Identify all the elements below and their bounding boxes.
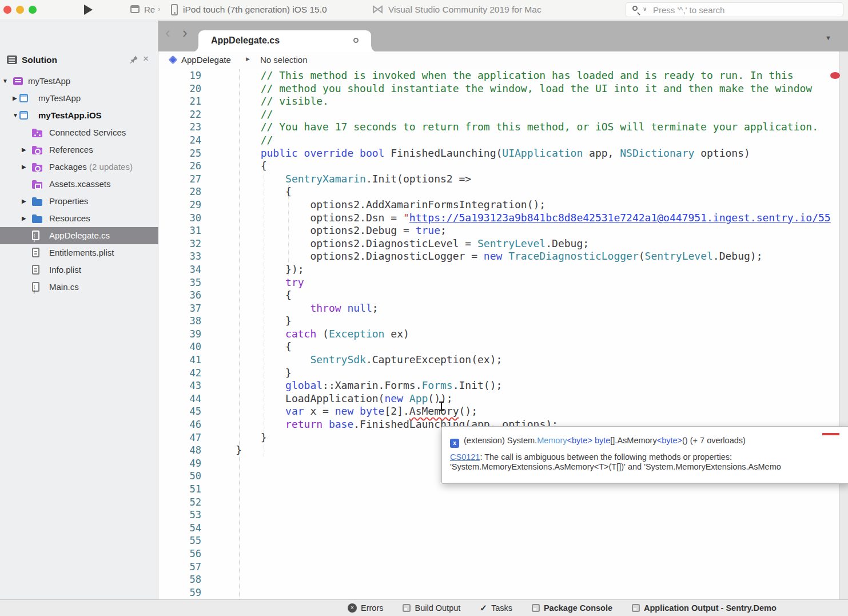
tree-item-resources[interactable]: ▶Resources xyxy=(0,210,158,227)
line-number-58[interactable]: 58 xyxy=(158,573,201,586)
line-number-53[interactable]: 53 xyxy=(158,508,201,522)
line-number-59[interactable]: 59 xyxy=(158,586,201,599)
code-line-53[interactable] xyxy=(211,508,839,522)
minimize-window-button[interactable] xyxy=(16,6,24,14)
code-line-55[interactable] xyxy=(211,534,839,547)
line-number-45[interactable]: 45 xyxy=(158,405,201,418)
configuration-dropdown[interactable]: Re xyxy=(144,5,155,14)
code-line-32[interactable]: options2.DiagnosticLevel = SentryLevel.D… xyxy=(211,237,839,251)
line-number-56[interactable]: 56 xyxy=(158,547,201,561)
line-number-43[interactable]: 43 xyxy=(158,379,201,392)
code-line-31[interactable]: options2.Debug = true; xyxy=(211,224,839,237)
tree-item-mytestapp[interactable]: ▶myTestApp xyxy=(0,90,158,107)
editor-scrollbar[interactable] xyxy=(839,51,848,599)
zoom-window-button[interactable] xyxy=(29,6,37,14)
line-number-51[interactable]: 51 xyxy=(158,483,201,496)
chevron-right-icon[interactable]: ▶ xyxy=(22,215,26,221)
line-number-23[interactable]: 23 xyxy=(158,121,201,134)
tab-appdelegate[interactable]: AppDelegate.cs xyxy=(198,30,371,52)
code-line-45[interactable]: var x = new byte[2].AsMemory(); xyxy=(211,405,839,418)
tree-item-appdelegate-cs[interactable]: AppDelegate.cs xyxy=(0,227,158,244)
code-line-22[interactable]: // xyxy=(211,108,839,121)
tree-item-mytestapp-ios[interactable]: ▼myTestApp.iOS xyxy=(0,107,158,124)
line-number-54[interactable]: 54 xyxy=(158,522,201,535)
code-line-37[interactable]: throw null; xyxy=(211,302,839,315)
close-icon[interactable]: × xyxy=(143,53,149,65)
statusbar-errors[interactable]: ×Errors xyxy=(348,603,383,613)
code-line-39[interactable]: catch (Exception ex) xyxy=(211,328,839,341)
line-number-25[interactable]: 25 xyxy=(158,147,201,160)
line-number-26[interactable]: 26 xyxy=(158,160,201,173)
tree-item-main-cs[interactable]: Main.cs xyxy=(0,279,158,296)
line-number-49[interactable]: 49 xyxy=(158,457,201,470)
line-number-36[interactable]: 36 xyxy=(158,289,201,302)
line-number-20[interactable]: 20 xyxy=(158,82,201,96)
line-number-gutter[interactable]: 1920212223242526272829303132333435363738… xyxy=(158,69,201,599)
breadcrumb-selection[interactable]: No selection xyxy=(260,55,308,65)
line-number-21[interactable]: 21 xyxy=(158,95,201,108)
chevron-right-icon[interactable]: ▶ xyxy=(22,164,26,170)
breadcrumb-class[interactable]: AppDelegate xyxy=(181,55,231,65)
tree-item-connected-services[interactable]: Connected Services xyxy=(0,124,158,141)
code-line-25[interactable]: public override bool FinishedLaunching(U… xyxy=(211,147,839,160)
code-line-54[interactable] xyxy=(211,522,839,535)
tree-item-info-plist[interactable]: Info.plist xyxy=(0,261,158,279)
chevron-down-icon[interactable]: ▼ xyxy=(2,78,8,84)
line-number-24[interactable]: 24 xyxy=(158,134,201,147)
code-line-20[interactable]: // method you should instantiate the win… xyxy=(211,82,839,96)
chevron-right-icon[interactable]: ▶ xyxy=(22,198,26,204)
line-number-28[interactable]: 28 xyxy=(158,185,201,198)
tab-list-caret-icon[interactable]: ▼ xyxy=(825,34,831,41)
close-window-button[interactable] xyxy=(3,6,11,14)
tree-item-references[interactable]: ▶References xyxy=(0,141,158,158)
code-line-27[interactable]: SentryXamarin.Init(options2 => xyxy=(211,173,839,186)
code-line-33[interactable]: options2.DiagnosticLogger = new TraceDia… xyxy=(211,250,839,263)
chevron-right-icon[interactable]: ▶ xyxy=(22,146,26,153)
line-number-34[interactable]: 34 xyxy=(158,263,201,276)
code-line-52[interactable] xyxy=(211,496,839,509)
code-line-28[interactable]: { xyxy=(211,185,839,198)
statusbar-tasks[interactable]: ✓Tasks xyxy=(480,603,512,613)
code-text[interactable]: // This method is invoked when the appli… xyxy=(211,69,839,599)
device-dropdown[interactable]: iPod touch (7th generation) iOS 15.0 xyxy=(183,5,327,15)
code-line-57[interactable] xyxy=(211,561,839,574)
line-number-47[interactable]: 47 xyxy=(158,431,201,444)
tab-modified-icon[interactable] xyxy=(353,38,359,43)
code-line-30[interactable]: options2.Dsn = "https://5a193123a9b841bc… xyxy=(211,212,839,225)
line-number-37[interactable]: 37 xyxy=(158,302,201,315)
code-line-26[interactable]: { xyxy=(211,160,839,173)
code-line-38[interactable]: } xyxy=(211,315,839,328)
line-number-50[interactable]: 50 xyxy=(158,470,201,483)
line-number-39[interactable]: 39 xyxy=(158,328,201,341)
navigate-back-button[interactable]: ‹ xyxy=(165,25,170,40)
code-line-40[interactable]: { xyxy=(211,340,839,353)
chevron-right-icon[interactable]: ▶ xyxy=(13,95,17,101)
code-line-41[interactable]: SentrySdk.CaptureException(ex); xyxy=(211,353,839,367)
code-line-34[interactable]: }); xyxy=(211,263,839,276)
line-number-31[interactable]: 31 xyxy=(158,224,201,237)
code-line-43[interactable]: global::Xamarin.Forms.Forms.Init(); xyxy=(211,379,839,392)
tree-item-entitlements-plist[interactable]: Entitlements.plist xyxy=(0,244,158,261)
statusbar-application-output-sentry-demo[interactable]: Application Output - Sentry.Demo xyxy=(632,603,777,613)
line-number-35[interactable]: 35 xyxy=(158,276,201,289)
code-line-29[interactable]: options2.AddXamarinFormsIntegration(); xyxy=(211,198,839,212)
line-number-19[interactable]: 19 xyxy=(158,69,201,82)
code-line-58[interactable] xyxy=(211,573,839,586)
tree-item-packages[interactable]: ▶Packages (2 updates) xyxy=(0,158,158,176)
line-number-30[interactable]: 30 xyxy=(158,212,201,225)
line-number-46[interactable]: 46 xyxy=(158,418,201,431)
navigate-forward-button[interactable]: › xyxy=(182,25,188,40)
code-line-51[interactable] xyxy=(211,483,839,496)
run-button[interactable] xyxy=(84,5,93,15)
code-line-23[interactable]: // You have 17 seconds to return from th… xyxy=(211,121,839,134)
line-number-22[interactable]: 22 xyxy=(158,108,201,121)
code-line-21[interactable]: // visible. xyxy=(211,95,839,108)
tree-item-mytestapp[interactable]: ▼myTestApp xyxy=(0,73,158,90)
statusbar-package-console[interactable]: Package Console xyxy=(532,603,612,613)
line-number-44[interactable]: 44 xyxy=(158,392,201,406)
tree-item-properties[interactable]: ▶Properties xyxy=(0,193,158,210)
code-line-56[interactable] xyxy=(211,547,839,561)
line-number-29[interactable]: 29 xyxy=(158,198,201,212)
pin-icon[interactable] xyxy=(129,55,138,64)
line-number-57[interactable]: 57 xyxy=(158,561,201,574)
